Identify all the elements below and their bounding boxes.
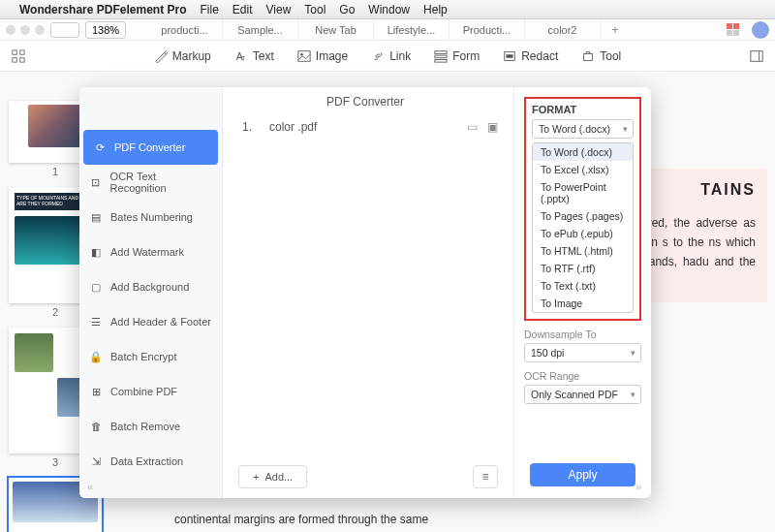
sidebar-item-label: Batch Encrypt: [110, 351, 176, 362]
ocr-range-label: OCR Range: [524, 370, 641, 382]
menu-edit[interactable]: Edit: [232, 3, 253, 16]
main-toolbar: Markup ATText Image Link Form Redact Too…: [0, 41, 775, 72]
apply-button[interactable]: Apply: [530, 463, 636, 486]
app-grid-icon[interactable]: [727, 23, 740, 37]
rightpanel-collapse-icon[interactable]: «: [636, 481, 641, 492]
window-controls[interactable]: [6, 25, 45, 35]
menu-go[interactable]: Go: [339, 3, 355, 16]
new-tab-button[interactable]: +: [601, 19, 630, 40]
sidebar-item-batch-remove[interactable]: 🗑Batch Remove: [79, 409, 222, 444]
sidebar-item-label: Add Watermark: [110, 246, 184, 258]
redact-label: Redact: [521, 49, 558, 63]
menu-help[interactable]: Help: [423, 3, 448, 16]
plus-icon: +: [253, 471, 259, 483]
tab-0[interactable]: producti...: [147, 19, 223, 40]
sidebar-item-label: Bates Numbering: [110, 211, 193, 223]
image-button[interactable]: Image: [297, 49, 348, 63]
sidebar-item-header-footer[interactable]: ☰Add Header & Footer: [79, 304, 222, 339]
menu-window[interactable]: Window: [368, 3, 410, 16]
svg-rect-2: [13, 57, 16, 61]
format-option-image[interactable]: To Image: [533, 295, 633, 312]
trash-icon: 🗑: [89, 420, 103, 433]
file-row[interactable]: 1. color .pdf ▭ ▣: [238, 118, 498, 136]
menu-view[interactable]: View: [266, 3, 292, 16]
sidebar-item-ocr[interactable]: ⊡OCR Text Recognition: [79, 165, 222, 200]
format-option-pages[interactable]: To Pages (.pages): [533, 207, 633, 225]
tab-3[interactable]: Lifestyle...: [374, 19, 450, 40]
format-highlight-box: FORMAT To Word (.docx) To Word (.docx) T…: [524, 97, 641, 321]
markup-button[interactable]: Markup: [154, 49, 211, 63]
list-menu-button[interactable]: ≡: [473, 465, 498, 488]
menu-file[interactable]: File: [201, 3, 219, 16]
svg-rect-9: [435, 55, 447, 58]
svg-text:T: T: [241, 55, 246, 62]
sidebar-item-encrypt[interactable]: 🔒Batch Encrypt: [79, 339, 222, 374]
format-option-excel[interactable]: To Excel (.xlsx): [533, 161, 633, 178]
document-tabs: producti... Sample... New Tab Lifestyle.…: [147, 19, 721, 40]
text-label: Text: [253, 49, 274, 63]
zoom-selector[interactable]: 138%: [85, 21, 126, 39]
sidebar-item-label: Batch Remove: [110, 421, 180, 432]
sidebar-item-data-extraction[interactable]: ⇲Data Extraction: [79, 444, 222, 479]
format-option-epub[interactable]: To ePub (.epub): [533, 225, 633, 242]
menu-tool[interactable]: Tool: [304, 3, 326, 16]
svg-rect-10: [435, 59, 447, 62]
background-icon: ▢: [89, 280, 103, 294]
sidebar-item-bates[interactable]: ▤Bates Numbering: [79, 200, 222, 235]
sidebar-item-label: Data Extraction: [110, 455, 183, 467]
format-option-text[interactable]: To Text (.txt): [533, 277, 633, 295]
svg-point-7: [300, 52, 303, 55]
form-button[interactable]: Form: [434, 49, 480, 63]
link-button[interactable]: Link: [371, 49, 411, 63]
redact-button[interactable]: Redact: [503, 49, 558, 63]
tab-2[interactable]: New Tab: [298, 19, 374, 40]
markup-label: Markup: [172, 49, 211, 63]
modal-right-panel: FORMAT To Word (.docx) To Word (.docx) T…: [513, 87, 651, 498]
file-index: 1.: [238, 120, 252, 134]
format-option-word[interactable]: To Word (.docx): [533, 143, 633, 161]
macos-menubar: Wondershare PDFelement Pro File Edit Vie…: [0, 0, 775, 19]
avatar[interactable]: [752, 21, 769, 39]
format-option-powerpoint[interactable]: To PowerPoint (.pptx): [533, 178, 633, 207]
ocr-range-select[interactable]: Only Scanned PDF: [524, 385, 641, 404]
tool-button[interactable]: Tool: [581, 49, 621, 63]
sidebar-item-watermark[interactable]: ◧Add Watermark: [79, 235, 222, 269]
svg-rect-12: [507, 54, 513, 58]
file-list: 1. color .pdf ▭ ▣: [238, 118, 498, 136]
layout-grid-icon[interactable]: [12, 49, 25, 63]
window-tabbar: 138% producti... Sample... New Tab Lifes…: [0, 19, 775, 41]
format-select[interactable]: To Word (.docx): [532, 119, 634, 139]
image-label: Image: [316, 49, 348, 63]
file-output-icon[interactable]: ▭: [467, 120, 478, 134]
tool-label: Tool: [600, 49, 621, 63]
sidebar-item-background[interactable]: ▢Add Background: [79, 269, 222, 304]
add-label: Add...: [264, 471, 293, 483]
panel-toggle-icon[interactable]: [750, 49, 763, 63]
tab-1[interactable]: Sample...: [223, 19, 298, 40]
lock-icon: 🔒: [89, 350, 103, 363]
format-label: FORMAT: [532, 104, 634, 115]
downsample-label: Downsample To: [524, 329, 641, 340]
format-option-rtf[interactable]: To RTF (.rtf): [533, 260, 633, 277]
header-footer-icon: ☰: [89, 315, 103, 329]
file-settings-icon[interactable]: ▣: [487, 120, 498, 134]
form-label: Form: [452, 49, 480, 63]
sidebar-item-label: Combine PDF: [110, 386, 177, 397]
sidebar-item-pdf-converter[interactable]: ⟳PDF Converter: [83, 130, 218, 165]
combine-icon: ⊞: [89, 385, 103, 398]
svg-rect-14: [751, 50, 762, 61]
extract-icon: ⇲: [89, 454, 103, 468]
thumbnail-toggle-icon[interactable]: [50, 22, 79, 38]
text-button[interactable]: ATText: [234, 49, 274, 63]
format-option-html[interactable]: To HTML (.html): [533, 242, 633, 260]
tab-5[interactable]: color2: [525, 19, 601, 40]
add-file-button[interactable]: +Add...: [238, 465, 307, 488]
downsample-select[interactable]: 150 dpi: [524, 343, 641, 362]
svg-rect-0: [13, 49, 16, 53]
bates-icon: ▤: [89, 210, 103, 224]
sidebar-item-combine[interactable]: ⊞Combine PDF: [79, 374, 222, 409]
sidebar-collapse-icon[interactable]: «: [87, 481, 93, 492]
tab-4[interactable]: Producti...: [450, 19, 525, 40]
sidebar-item-label: Add Header & Footer: [110, 316, 211, 328]
sidebar-item-label: OCR Text Recognition: [110, 171, 212, 194]
